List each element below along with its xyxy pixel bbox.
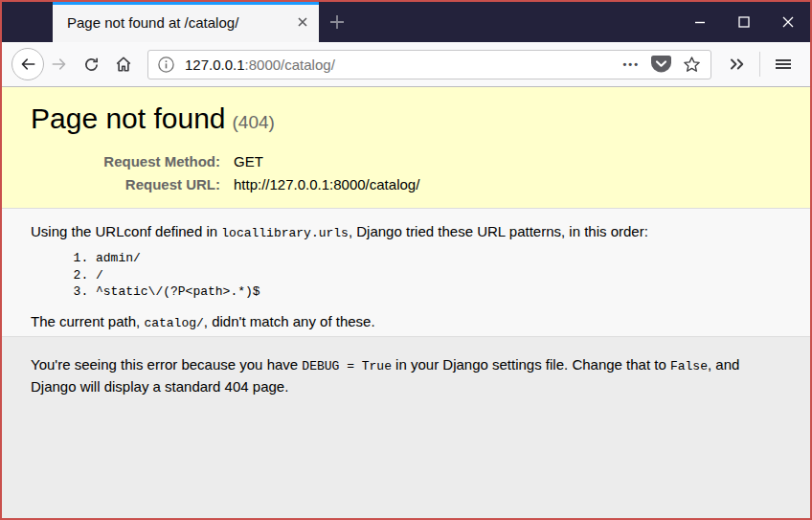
reload-button[interactable] xyxy=(75,57,107,73)
forward-arrow-icon xyxy=(51,56,68,73)
current-path-suffix: , didn't match any of these. xyxy=(204,313,375,329)
close-icon xyxy=(781,15,795,29)
request-method-label: Request Method: xyxy=(31,150,220,173)
debug-false-code: False xyxy=(670,359,708,373)
home-button[interactable] xyxy=(107,56,140,73)
url-path: :8000/catalog/ xyxy=(245,57,335,73)
bookmark-star-button[interactable] xyxy=(683,56,701,74)
pocket-button[interactable] xyxy=(651,56,671,74)
minimize-icon xyxy=(694,16,706,28)
browser-tab[interactable]: Page not found at /catalog/ xyxy=(53,2,319,42)
status-code: (404) xyxy=(233,112,275,132)
browser-window: Page not found at /catalog/ xyxy=(0,0,812,520)
active-tab-indicator xyxy=(53,2,319,5)
close-window-button[interactable] xyxy=(766,2,810,42)
back-button[interactable] xyxy=(11,48,44,80)
maximize-button[interactable] xyxy=(722,2,766,42)
plus-icon xyxy=(329,14,345,30)
titlebar-spacer xyxy=(2,2,53,42)
explanation-part2: in your Django settings file. Change tha… xyxy=(392,356,670,373)
url-host: 127.0.0.1 xyxy=(185,57,245,73)
reload-icon xyxy=(83,57,100,73)
site-info-icon[interactable] xyxy=(158,57,174,73)
current-path-prefix: The current path, xyxy=(31,313,144,329)
url-text[interactable]: 127.0.0.1:8000/catalog/ xyxy=(185,57,335,73)
urlconf-intro-suffix: , Django tried these URL patterns, in th… xyxy=(349,223,648,239)
minimize-button[interactable] xyxy=(678,2,722,42)
tab-title: Page not found at /catalog/ xyxy=(67,14,288,31)
request-meta-table: Request Method: GET Request URL: http://… xyxy=(31,150,419,196)
url-bar[interactable]: 127.0.0.1:8000/catalog/ ••• xyxy=(147,50,711,79)
request-method-value: GET xyxy=(220,150,419,173)
tab-bar: Page not found at /catalog/ xyxy=(2,2,810,42)
pocket-icon xyxy=(651,56,671,74)
double-chevron-icon xyxy=(728,56,747,73)
error-summary-section: Page not found(404) Request Method: GET … xyxy=(2,87,810,209)
url-pattern-list: admin/ / ^static\/(?P<path>.*)$ xyxy=(31,250,781,301)
star-icon xyxy=(683,56,701,74)
list-item: ^static\/(?P<path>.*)$ xyxy=(96,283,781,301)
debug-explanation-section: You're seeing this error because you hav… xyxy=(2,337,810,518)
hamburger-menu-button[interactable] xyxy=(766,58,801,71)
current-path-code: catalog/ xyxy=(144,316,203,330)
hamburger-icon xyxy=(776,58,791,71)
urlconf-module-code: locallibrary.urls xyxy=(221,226,349,240)
page-actions-button[interactable]: ••• xyxy=(622,58,640,70)
urlconf-intro: Using the URLconf defined in locallibrar… xyxy=(31,223,781,240)
debug-explanation-text: You're seeing this error because you hav… xyxy=(31,354,781,396)
navigation-toolbar: 127.0.0.1:8000/catalog/ ••• xyxy=(2,42,810,87)
page-content: Page not found(404) Request Method: GET … xyxy=(2,87,810,518)
page-title: Page not found(404) xyxy=(31,101,781,141)
forward-button[interactable] xyxy=(44,56,75,73)
error-heading: Page not found xyxy=(31,102,226,134)
back-arrow-icon xyxy=(19,56,36,73)
overflow-menu-button[interactable] xyxy=(721,56,754,73)
table-row: Request URL: http://127.0.0.1:8000/catal… xyxy=(31,173,419,196)
home-icon xyxy=(115,56,132,73)
request-url-label: Request URL: xyxy=(31,173,220,196)
tab-close-icon[interactable] xyxy=(296,15,309,29)
table-row: Request Method: GET xyxy=(31,150,419,173)
titlebar-drag-area xyxy=(355,2,678,42)
debug-true-code: DEBUG = True xyxy=(302,359,392,373)
new-tab-button[interactable] xyxy=(319,2,355,42)
window-controls xyxy=(678,2,810,42)
urlconf-intro-prefix: Using the URLconf defined in xyxy=(31,223,221,239)
explanation-part1: You're seeing this error because you hav… xyxy=(31,356,302,373)
list-item: / xyxy=(96,267,781,284)
list-item: admin/ xyxy=(96,250,781,267)
maximize-icon xyxy=(738,16,750,28)
urlconf-info-section: Using the URLconf defined in locallibrar… xyxy=(2,209,810,337)
current-path-line: The current path, catalog/, didn't match… xyxy=(31,313,781,330)
toolbar-separator xyxy=(759,52,760,77)
request-url-value: http://127.0.0.1:8000/catalog/ xyxy=(220,173,419,196)
